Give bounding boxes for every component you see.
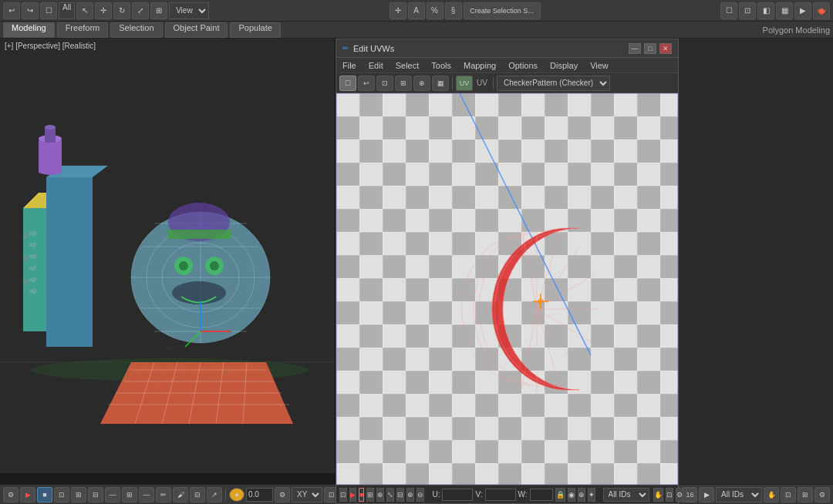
- svg-point-44: [172, 281, 226, 304]
- ids-dropdown[interactable]: All IDs: [603, 488, 649, 502]
- checker-dropdown[interactable]: CheckerPattern (Checker): [497, 76, 610, 91]
- select-btn[interactable]: ↖: [76, 2, 93, 19]
- btm-hand-btn[interactable]: ✋: [764, 487, 779, 502]
- btm-gear2-btn[interactable]: ⚙: [275, 487, 290, 502]
- ids-btm-dropdown[interactable]: All IDs: [716, 487, 762, 502]
- select-obj-btn[interactable]: ☐: [40, 2, 57, 19]
- uvw-zoomin-btn[interactable]: ⊕: [406, 488, 414, 502]
- rotate-btn[interactable]: ↻: [113, 2, 130, 19]
- menu-edit[interactable]: Edit: [366, 61, 386, 70]
- menu-tools[interactable]: Tools: [428, 61, 454, 70]
- btm-tools-btn[interactable]: ⚙: [814, 487, 830, 502]
- svg-rect-46: [168, 230, 231, 239]
- uvw-maximize[interactable]: □: [644, 43, 656, 54]
- tab-selection[interactable]: Selection: [110, 22, 162, 38]
- sphere-btn[interactable]: ●: [229, 488, 245, 502]
- move-btn[interactable]: ✛: [95, 2, 112, 19]
- ref-coord-btn[interactable]: ⊞: [150, 2, 167, 19]
- svg-text:αβ: αβ: [29, 230, 37, 237]
- menu-file[interactable]: File: [339, 61, 359, 70]
- w-input[interactable]: [530, 489, 553, 501]
- bottom-pencil-btn[interactable]: ✏: [156, 487, 171, 502]
- uvw-hand-btn[interactable]: ✋: [653, 488, 663, 502]
- uvw-snap-tool[interactable]: ▦: [432, 76, 449, 91]
- view-dropdown[interactable]: View: [169, 2, 209, 19]
- tab-modeling[interactable]: Modeling: [3, 22, 55, 38]
- frame-input[interactable]: [246, 488, 273, 502]
- uvw-close[interactable]: ✕: [659, 43, 672, 54]
- named-sel2[interactable]: ⊡: [739, 2, 756, 19]
- uvw-num-btn[interactable]: 16: [686, 488, 695, 502]
- tab-populate[interactable]: Populate: [230, 22, 280, 38]
- bottom-nav5-btn[interactable]: ⊞: [122, 487, 137, 502]
- svg-text:αβ: αβ: [22, 256, 29, 262]
- teapot-btn[interactable]: 🫖: [813, 2, 830, 19]
- uvw-weld-tool[interactable]: ⊞: [395, 76, 412, 91]
- axis-dropdown[interactable]: XY: [292, 487, 322, 502]
- bottom-nav3-btn[interactable]: ⊟: [88, 487, 103, 502]
- u-label: U:: [432, 490, 440, 499]
- uvw-canvas[interactable]: [336, 93, 678, 485]
- bottom-nav6-btn[interactable]: —: [139, 487, 154, 502]
- u-input[interactable]: [442, 489, 473, 501]
- angle-snap[interactable]: A: [408, 2, 425, 19]
- menu-select[interactable]: Select: [393, 61, 423, 70]
- bottom-eraser-btn[interactable]: ⊟: [190, 487, 205, 502]
- uvw-zoomout-btn[interactable]: ⊖: [416, 488, 424, 502]
- bottom-nav1-btn[interactable]: ⊡: [54, 487, 69, 502]
- btm-cam-btn[interactable]: ⊡: [781, 487, 796, 502]
- uvw-zoom-btn[interactable]: ⤡: [386, 488, 394, 502]
- uvw-move-tool[interactable]: ↩: [358, 76, 375, 91]
- redo-btn[interactable]: ↪: [22, 2, 39, 19]
- uvw-rect-btn[interactable]: ■: [359, 488, 364, 502]
- uvw-home-btn[interactable]: ⊡: [339, 488, 347, 502]
- bottom-pointer-btn[interactable]: ↗: [207, 487, 222, 502]
- menu-mapping[interactable]: Mapping: [460, 61, 499, 70]
- edit-named-sel[interactable]: Create Selection S...: [464, 2, 541, 19]
- top-toolbar: ↩ ↪ ☐ All ↖ ✛ ↻ ⤢ ⊞ View ✛ A % § Create …: [0, 0, 833, 22]
- uvw-uv-btn[interactable]: UV: [456, 76, 473, 91]
- snap-toggle[interactable]: ✛: [390, 2, 406, 19]
- mode-dropdown[interactable]: All: [59, 2, 75, 19]
- tab-object-paint[interactable]: Object Paint: [165, 22, 228, 38]
- uvw-stitch-tool[interactable]: ⊕: [413, 76, 430, 91]
- uvw-view-btn[interactable]: ⊞: [366, 488, 374, 502]
- material-editor[interactable]: ◧: [757, 2, 774, 19]
- btm-anim-btn[interactable]: ▶: [699, 487, 714, 502]
- v-input[interactable]: [485, 489, 516, 501]
- bottom-gear-btn[interactable]: ⚙: [3, 487, 19, 502]
- left-viewport[interactable]: [+] [Perspective] [Realistic]: [0, 39, 336, 504]
- uvw-minimize[interactable]: —: [629, 43, 641, 54]
- named-sel1[interactable]: ☐: [720, 2, 737, 19]
- uvw-gear-btn[interactable]: ⚙: [676, 488, 683, 502]
- uvw-pin1-btn[interactable]: ◉: [568, 488, 575, 502]
- uvw-freeform-tool[interactable]: ⊡: [376, 76, 393, 91]
- uvw-pan-btn[interactable]: ⊕: [376, 488, 384, 502]
- btm-help-btn[interactable]: ⊞: [798, 487, 813, 502]
- spinner-snap[interactable]: §: [445, 2, 462, 19]
- bottom-nav2-btn[interactable]: ⊞: [71, 487, 86, 502]
- undo-btn[interactable]: ↩: [3, 2, 20, 19]
- uvw-pin3-btn[interactable]: ✦: [588, 488, 595, 502]
- uvw-eyepin-btn[interactable]: ⊡: [666, 488, 673, 502]
- menu-display[interactable]: Display: [547, 61, 581, 70]
- scale-btn[interactable]: ⤢: [132, 2, 149, 19]
- uvw-label: UV: [474, 79, 490, 87]
- uvw-select-tool[interactable]: ☐: [339, 76, 356, 91]
- bottom-nav4-btn[interactable]: —: [105, 487, 120, 502]
- uvw-pin2-btn[interactable]: ⊕: [578, 488, 585, 502]
- render-btn[interactable]: ▶: [794, 2, 811, 19]
- svg-text:αβ: αβ: [22, 233, 29, 239]
- bottom-play-btn[interactable]: ▶: [20, 487, 35, 502]
- render-setup[interactable]: ▦: [776, 2, 793, 19]
- percent-snap[interactable]: %: [427, 2, 443, 19]
- uvw-tri-btn[interactable]: ▶: [349, 488, 356, 502]
- uvw-lock-btn[interactable]: 🔒: [555, 488, 565, 502]
- uvw-window-controls: — □ ✕: [629, 43, 672, 54]
- bottom-paint-btn[interactable]: 🖌: [173, 487, 188, 502]
- bottom-sel-btn[interactable]: ■: [37, 487, 52, 502]
- menu-view[interactable]: View: [587, 61, 612, 70]
- uvw-fit-btn[interactable]: ⊟: [396, 488, 404, 502]
- menu-options[interactable]: Options: [505, 61, 541, 70]
- tab-freeform[interactable]: Freeform: [57, 22, 109, 38]
